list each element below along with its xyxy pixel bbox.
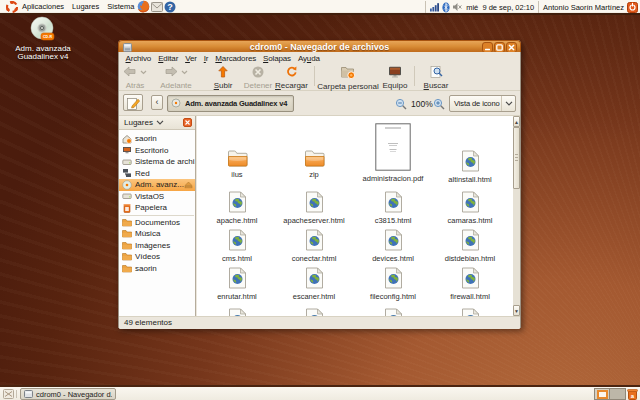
svg-text:?: ? (168, 2, 174, 12)
svg-text:CD-R: CD-R (43, 35, 52, 39)
